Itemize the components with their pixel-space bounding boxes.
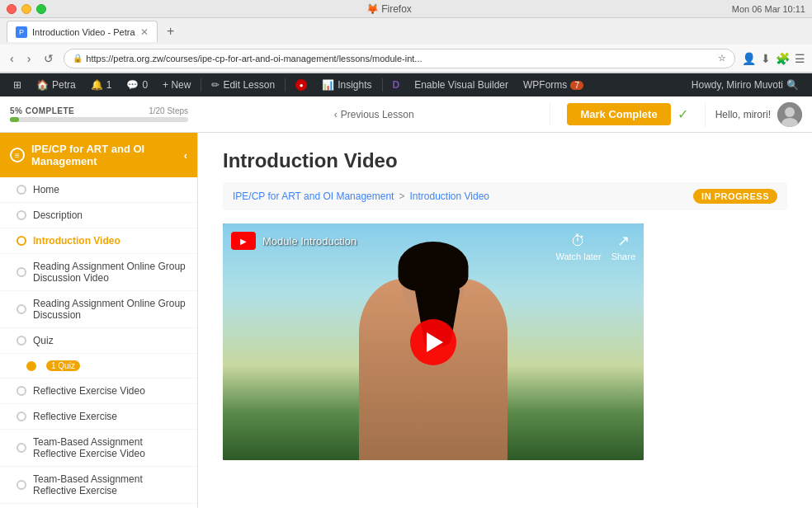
wp-toolbar-right: Howdy, Miriro Muvoti 🔍 xyxy=(685,73,805,96)
sidebar-item-label: Description xyxy=(33,209,83,221)
content-area: Introduction Video IPE/CP for ART and OI… xyxy=(198,133,812,508)
tab-close-button[interactable]: ✕ xyxy=(140,26,149,38)
prev-lesson-button[interactable]: ‹ Previous Lesson xyxy=(334,109,414,120)
wpforms-badge: 7 xyxy=(570,81,583,90)
forward-button[interactable]: › xyxy=(24,50,35,67)
sidebar-item-label: Home xyxy=(33,184,59,195)
download-icon[interactable]: ⬇ xyxy=(761,52,771,65)
sidebar-item-home[interactable]: Home xyxy=(0,177,197,203)
browser-toolbar-icons: 👤 ⬇ 🧩 ☰ xyxy=(742,52,805,65)
insights-item[interactable]: 📊 Insights xyxy=(315,73,378,96)
sidebar-course-header[interactable]: ≡ IPE/CP for ART and OI Management ‹ xyxy=(0,133,197,177)
progress-bar-fill xyxy=(10,117,19,122)
check-icon: ✓ xyxy=(677,106,688,122)
hello-section: Hello, mirori! xyxy=(705,102,812,127)
wpforms-item[interactable]: WPForms 7 xyxy=(517,73,590,96)
title-bar: 🦊 Firefox Mon 06 Mar 10:11 xyxy=(0,0,812,18)
lesson-nav-center: ‹ Previous Lesson xyxy=(198,109,550,120)
sidebar-item-label: Introduction Video xyxy=(33,235,120,247)
sidebar-item-1quiz[interactable]: 1 Quiz xyxy=(0,354,197,379)
breadcrumb-separator: > xyxy=(399,190,404,202)
quiz-badge: 1 Quiz xyxy=(46,360,80,371)
sidebar-item-label: Quiz xyxy=(33,335,54,346)
toolbar-separator xyxy=(201,78,201,92)
edit-lesson-item[interactable]: ✏ Edit Lesson xyxy=(205,73,281,96)
back-button[interactable]: ‹ xyxy=(7,50,17,67)
new-tab-button[interactable]: + xyxy=(161,21,181,41)
sidebar-item-label: Reading Assignment Online Group Discussi… xyxy=(33,261,187,284)
user-avatar[interactable] xyxy=(777,102,802,127)
watch-later-label: Watch later xyxy=(555,252,601,261)
window-controls[interactable] xyxy=(7,4,46,14)
sidebar-item-dot xyxy=(17,304,26,314)
sidebar-collapse-icon[interactable]: ‹ xyxy=(184,149,187,162)
progress-steps: 1/20 Steps xyxy=(149,106,188,115)
sidebar-item-reflective-video[interactable]: Reflective Exercise Video xyxy=(0,379,197,404)
mark-complete-button[interactable]: Mark Complete xyxy=(567,103,670,125)
sidebar-item-reflective-exercise[interactable]: Reflective Exercise xyxy=(0,404,197,430)
reload-button[interactable]: ↺ xyxy=(40,50,57,67)
extensions-icon[interactable]: 🧩 xyxy=(776,52,790,65)
howdy-item[interactable]: Howdy, Miriro Muvoti 🔍 xyxy=(685,73,805,96)
browser-chrome: P Introduction Video - Petra ✕ + ‹ › ↺ 🔒… xyxy=(0,18,812,73)
nav-bar: ‹ › ↺ 🔒 https://petra.org.zw/courses/ipe… xyxy=(0,45,812,73)
new-content-item[interactable]: + New xyxy=(156,73,197,96)
maximize-button[interactable] xyxy=(36,4,46,14)
watch-later-icon: ⏱ xyxy=(571,233,586,250)
lock-icon: 🔒 xyxy=(73,54,83,63)
sidebar-item-quiz[interactable]: Quiz xyxy=(0,328,197,354)
tab-favicon: P xyxy=(16,26,27,38)
sidebar-item-quiz-2[interactable]: Quiz xyxy=(0,504,197,508)
tab-title: Introduction Video - Petra xyxy=(32,27,135,37)
url-text: https://petra.org.zw/courses/ipe-cp-for-… xyxy=(86,54,715,64)
progress-label: 5% COMPLETE xyxy=(10,106,74,115)
comments-item[interactable]: 💬 0 xyxy=(120,73,154,96)
record-item[interactable]: ● xyxy=(289,73,314,96)
progress-section: 5% COMPLETE 1/20 Steps xyxy=(0,106,198,122)
tab-bar: P Introduction Video - Petra ✕ + xyxy=(0,18,812,45)
breadcrumb-lesson-link[interactable]: Introduction Video xyxy=(409,190,489,202)
visual-builder-item[interactable]: Enable Visual Builder xyxy=(408,73,515,96)
sidebar-item-description[interactable]: Description xyxy=(0,203,197,228)
menu-icon[interactable]: ☰ xyxy=(795,52,805,65)
toolbar-separator-3 xyxy=(382,78,383,92)
page-title: Introduction Video xyxy=(223,149,787,172)
sidebar-item-label: Reading Assignment Online Group Discussi… xyxy=(33,298,187,321)
site-name-item[interactable]: 🏠 Petra xyxy=(30,73,83,96)
address-bar[interactable]: 🔒 https://petra.org.zw/courses/ipe-cp-fo… xyxy=(64,49,735,68)
play-button[interactable] xyxy=(410,319,456,365)
sidebar-course-title: IPE/CP for ART and OI Management xyxy=(31,143,184,167)
share-label: Share xyxy=(611,252,635,261)
active-tab[interactable]: P Introduction Video - Petra ✕ xyxy=(7,21,158,42)
star-icon[interactable]: ☆ xyxy=(718,53,726,64)
watch-later-button[interactable]: ⏱ Watch later xyxy=(555,233,601,261)
breadcrumb: IPE/CP for ART and OI Management > Intro… xyxy=(223,182,787,210)
account-icon[interactable]: 👤 xyxy=(742,52,756,65)
hello-text: Hello, mirori! xyxy=(715,109,771,120)
breadcrumb-course-link[interactable]: IPE/CP for ART and OI Management xyxy=(233,190,394,202)
sidebar-item-reading-discussion[interactable]: Reading Assignment Online Group Discussi… xyxy=(0,291,197,328)
share-button[interactable]: ↗ Share xyxy=(611,232,635,261)
lesson-nav-bar: 5% COMPLETE 1/20 Steps ‹ Previous Lesson… xyxy=(0,96,812,133)
toolbar-separator-2 xyxy=(285,78,286,92)
sidebar: ≡ IPE/CP for ART and OI Management ‹ Hom… xyxy=(0,133,198,508)
sidebar-item-label: Reflective Exercise xyxy=(33,411,117,422)
close-button[interactable] xyxy=(7,4,17,14)
sidebar-item-dot xyxy=(17,185,26,195)
video-title-text: Module Introduction xyxy=(262,235,356,247)
video-embed[interactable]: ▶ Module Introduction ⏱ Watch later ↗ Sh… xyxy=(223,223,644,460)
minimize-button[interactable] xyxy=(21,4,31,14)
play-triangle-icon xyxy=(427,332,443,352)
notifications-item[interactable]: 🔔 1 xyxy=(84,73,119,96)
divi-logo-item[interactable]: D xyxy=(386,73,407,96)
svg-point-1 xyxy=(785,107,795,117)
video-overlay-controls: ⏱ Watch later ↗ Share xyxy=(547,223,644,270)
sidebar-item-reading-video[interactable]: Reading Assignment Online Group Discussi… xyxy=(0,254,197,291)
sidebar-item-team-exercise[interactable]: Team-Based Assignment Reflective Exercis… xyxy=(0,467,197,504)
wp-admin-toolbar: ⊞ 🏠 Petra 🔔 1 💬 0 + New ✏ Edit Lesson ● … xyxy=(0,73,812,96)
sidebar-item-team-video[interactable]: Team-Based Assignment Reflective Exercis… xyxy=(0,430,197,467)
mark-complete-section: Mark Complete ✓ xyxy=(550,103,704,125)
record-button-icon: ● xyxy=(295,79,307,91)
wp-logo-item[interactable]: ⊞ xyxy=(7,73,28,96)
sidebar-item-introduction-video[interactable]: Introduction Video xyxy=(0,228,197,254)
